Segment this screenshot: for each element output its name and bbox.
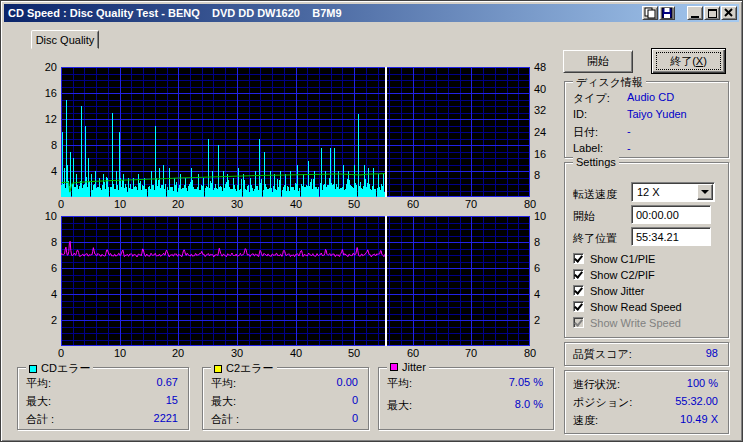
checkbox-show-jitter[interactable]: Show Jitter	[573, 284, 644, 297]
disc-info-group: ディスク情報 タイプ:Audio CD ID:Taiyo Yuden 日付:- …	[564, 81, 729, 158]
quality-score-label: 品質スコア:	[573, 347, 632, 362]
axis-tick-label: 10	[114, 347, 126, 359]
combo-dropdown-button[interactable]	[697, 184, 713, 200]
axis-tick-label: 20	[172, 198, 184, 210]
progress-box: 進行状況:100 % ポジション:55:32.00 速度:10.49 X	[564, 370, 729, 434]
axis-tick-label: 80	[524, 347, 536, 359]
axis-tick-label: 70	[465, 198, 477, 210]
c2-errors-legend: C2エラー	[211, 361, 277, 376]
axis-tick-label: 50	[348, 347, 360, 359]
end-position-input[interactable]	[631, 227, 711, 246]
axis-tick-label: 2	[31, 314, 57, 326]
jitter-legend: Jitter	[387, 361, 429, 373]
copy-icon	[643, 7, 657, 19]
disc-info-row: タイプ:Audio CD	[573, 91, 720, 105]
cyan-legend-icon	[29, 365, 37, 373]
checkbox-icon	[573, 285, 584, 296]
axis-tick-label: 60	[407, 347, 419, 359]
axis-tick-label: 20	[31, 61, 57, 73]
axis-tick-label: 70	[465, 347, 477, 359]
axis-tick-label: 10	[534, 210, 546, 222]
minimize-icon	[691, 16, 699, 18]
maximize-button[interactable]	[704, 6, 720, 20]
checkbox-icon	[573, 301, 584, 312]
axis-tick-label: 8	[534, 169, 540, 181]
stat-row: 最大:15	[26, 394, 180, 408]
axis-tick-label: 32	[534, 104, 546, 116]
quality-score-value: 98	[706, 347, 718, 359]
minimize-button[interactable]	[687, 6, 703, 20]
axis-tick-label: 48	[534, 61, 546, 73]
disc-info-row: ID:Taiyo Yuden	[573, 108, 720, 122]
axis-tick-label: 4	[31, 288, 57, 300]
axis-tick-label: 20	[172, 347, 184, 359]
jitter-chart	[61, 216, 530, 346]
close-icon	[724, 8, 734, 18]
c1-error-chart	[61, 67, 530, 197]
app-window: CD Speed : Disc Quality Test - BENQ DVD …	[0, 0, 743, 442]
settings-group: Settings 転送速度 12 X 開始 終了位置 Show C1/PIE S…	[564, 162, 729, 338]
stat-row: 平均:0.67	[26, 376, 180, 390]
disc-info-title: ディスク情報	[573, 75, 646, 90]
axis-tick-label: 10	[114, 198, 126, 210]
stat-row: 平均:7.05 %	[387, 376, 545, 390]
axis-tick-label: 12	[31, 113, 57, 125]
axis-tick-label: 16	[534, 148, 546, 160]
exit-button[interactable]: 終了(X)	[651, 48, 726, 74]
copy-button[interactable]	[642, 6, 658, 20]
axis-tick-label: 80	[524, 198, 536, 210]
start-position-input[interactable]	[631, 205, 711, 224]
save-icon	[661, 7, 673, 19]
cd-errors-box: CDエラー 平均:0.67 最大:15 合計 :2221	[17, 367, 189, 430]
axis-tick-label: 40	[534, 83, 546, 95]
axis-tick-label: 30	[231, 347, 243, 359]
axis-tick-label: 50	[348, 198, 360, 210]
save-button[interactable]	[659, 6, 675, 20]
speed-value: 12 X	[637, 186, 660, 198]
tab-disc-quality[interactable]: Disc Quality	[31, 30, 99, 49]
start-button[interactable]: 開始	[563, 50, 633, 73]
checkbox-icon	[573, 269, 584, 280]
title-bar[interactable]: CD Speed : Disc Quality Test - BENQ DVD …	[4, 4, 739, 22]
quality-score-row: 品質スコア: 98	[573, 347, 720, 361]
speed-select[interactable]: 12 X	[631, 182, 715, 202]
c2-errors-box: C2エラー 平均:0.00 最大:0 合計 :0	[202, 367, 369, 430]
checkbox-icon	[573, 253, 584, 264]
settings-title: Settings	[573, 156, 619, 168]
axis-tick-label: 10	[31, 210, 57, 222]
cd-errors-legend: CDエラー	[26, 361, 93, 376]
axis-tick-label: 30	[231, 198, 243, 210]
yellow-legend-icon	[214, 365, 222, 373]
axis-tick-label: 24	[534, 126, 546, 138]
axis-tick-label: 16	[31, 87, 57, 99]
stat-row: 最大:8.0 %	[387, 398, 545, 412]
axis-tick-label: 8	[31, 236, 57, 248]
axis-tick-label: 0	[58, 347, 64, 359]
checkbox-show-c2-pif[interactable]: Show C2/PIF	[573, 268, 655, 281]
titlebar-buttons	[641, 6, 739, 20]
progress-row: 進行状況:100 %	[573, 377, 720, 391]
jitter-box: Jitter 平均:7.05 % 最大:8.0 %	[378, 367, 554, 430]
speed-row: 速度:10.49 X	[573, 413, 720, 427]
close-button[interactable]	[721, 6, 737, 20]
checkbox-show-read-speed[interactable]: Show Read Speed	[573, 300, 682, 313]
axis-tick-label: 40	[290, 347, 302, 359]
checkbox-icon	[573, 317, 584, 328]
axis-tick-label: 4	[534, 288, 540, 300]
stat-row: 合計 :0	[211, 412, 360, 426]
chevron-down-icon	[701, 190, 709, 194]
focus-rect	[656, 52, 721, 70]
axis-tick-label: 60	[407, 198, 419, 210]
axis-tick-label: 0	[58, 198, 64, 210]
axis-tick-label: 6	[31, 262, 57, 274]
checkbox-show-c1-pie[interactable]: Show C1/PIE	[573, 252, 655, 265]
axis-tick-label: 2	[534, 314, 540, 326]
position-row: ポジション:55:32.00	[573, 395, 720, 409]
stat-row: 平均:0.00	[211, 376, 360, 390]
axis-tick-label: 8	[534, 236, 540, 248]
maximize-icon	[708, 9, 717, 18]
axis-tick-label: 40	[290, 198, 302, 210]
axis-tick-label: 6	[534, 262, 540, 274]
quality-score-box: 品質スコア: 98	[564, 342, 729, 366]
axis-tick-label: 8	[31, 139, 57, 151]
